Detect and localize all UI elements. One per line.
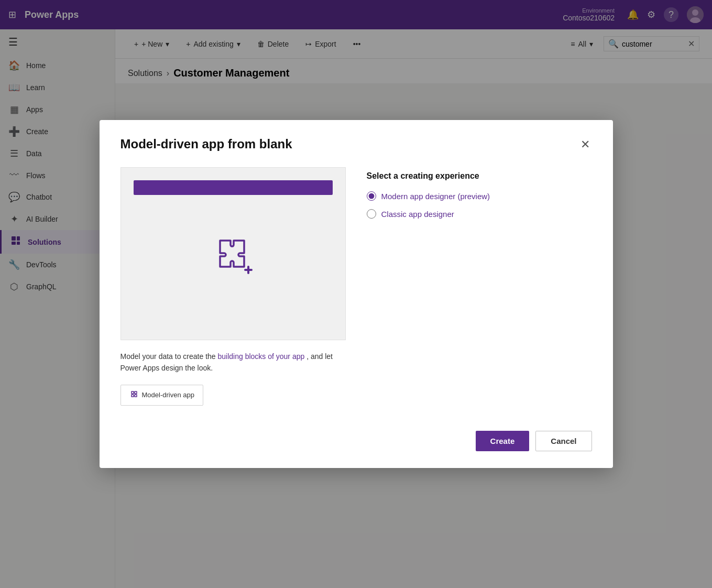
cancel-button[interactable]: Cancel bbox=[535, 431, 591, 451]
classic-label: Classic app designer bbox=[381, 210, 454, 219]
classic-radio[interactable] bbox=[367, 209, 376, 219]
dialog-footer: Create Cancel bbox=[121, 431, 592, 451]
preview-image bbox=[121, 167, 346, 340]
preview-description: Model your data to create the building b… bbox=[121, 351, 346, 374]
radio-group: Modern app designer (preview) Classic ap… bbox=[367, 191, 592, 219]
model-driven-preview-icon bbox=[210, 230, 257, 277]
preview-description-text: Model your data to create the bbox=[121, 352, 218, 361]
dialog-title: Model-driven app from blank bbox=[121, 137, 292, 151]
preview-section: Model your data to create the building b… bbox=[121, 167, 346, 406]
options-section: Select a creating experience Modern app … bbox=[367, 167, 592, 406]
preview-tag[interactable]: Model-driven app bbox=[121, 385, 203, 406]
preview-tag-icon bbox=[129, 389, 139, 401]
preview-description-link[interactable]: building blocks of your app bbox=[218, 352, 305, 361]
create-button[interactable]: Create bbox=[476, 431, 530, 451]
classic-option[interactable]: Classic app designer bbox=[367, 209, 592, 219]
dialog-header: Model-driven app from blank ✕ bbox=[121, 137, 592, 153]
select-experience-title: Select a creating experience bbox=[367, 171, 592, 181]
dialog-body: Model your data to create the building b… bbox=[121, 167, 592, 406]
modern-radio[interactable] bbox=[367, 191, 376, 201]
preview-topbar bbox=[134, 180, 333, 195]
model-driven-dialog: Model-driven app from blank ✕ Model your… bbox=[100, 120, 613, 468]
preview-tag-label: Model-driven app bbox=[142, 391, 194, 399]
modern-option[interactable]: Modern app designer (preview) bbox=[367, 191, 592, 201]
dialog-close-button[interactable]: ✕ bbox=[578, 137, 592, 153]
modern-label: Modern app designer (preview) bbox=[381, 192, 490, 201]
